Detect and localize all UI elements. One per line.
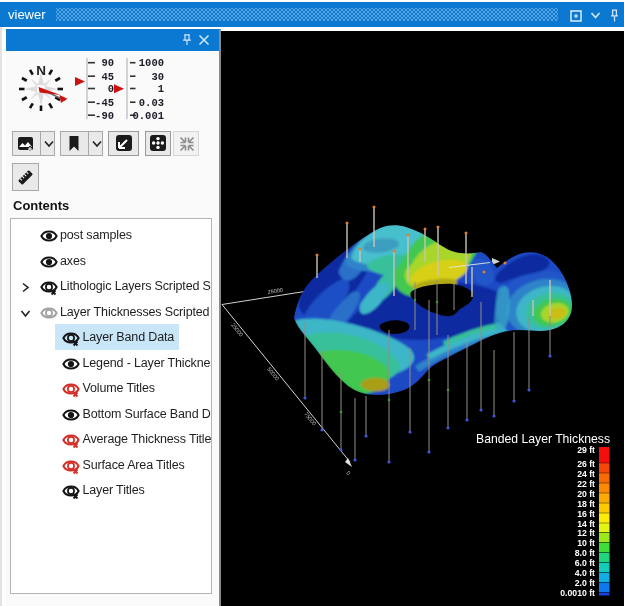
- svg-text:8.0 ft: 8.0 ft: [575, 548, 595, 558]
- svg-text:50000: 50000: [266, 366, 280, 382]
- svg-text:0: 0: [108, 83, 114, 95]
- svg-text:0.001: 0.001: [132, 110, 164, 122]
- svg-text:0: 0: [345, 470, 352, 476]
- svg-text:1: 1: [158, 83, 164, 95]
- svg-text:30: 30: [151, 71, 164, 83]
- svg-text:2.0 ft: 2.0 ft: [575, 578, 595, 588]
- svg-text:4.0 ft: 4.0 ft: [575, 568, 595, 578]
- svg-text:22 ft: 22 ft: [577, 479, 595, 489]
- svg-text:14 ft: 14 ft: [577, 519, 595, 529]
- svg-text:12 ft: 12 ft: [577, 528, 595, 538]
- svg-text:1000: 1000: [139, 57, 164, 69]
- svg-text:24 ft: 24 ft: [577, 469, 595, 479]
- svg-text:-45: -45: [95, 97, 114, 109]
- svg-text:90: 90: [101, 57, 114, 69]
- svg-text:0.03: 0.03: [139, 97, 164, 109]
- svg-text:18 ft: 18 ft: [577, 499, 595, 509]
- svg-text:16 ft: 16 ft: [577, 509, 595, 519]
- svg-text:45: 45: [101, 71, 114, 83]
- svg-text:25000: 25000: [267, 287, 283, 295]
- svg-text:0.0010 ft: 0.0010 ft: [560, 588, 595, 598]
- svg-text:29 ft: 29 ft: [577, 445, 595, 455]
- svg-text:20 ft: 20 ft: [577, 489, 595, 499]
- svg-text:N: N: [36, 63, 46, 78]
- svg-text:6.0 ft: 6.0 ft: [575, 558, 595, 568]
- svg-text:10 ft: 10 ft: [577, 538, 595, 548]
- svg-text:75000: 75000: [303, 411, 317, 427]
- svg-text:26 ft: 26 ft: [577, 459, 595, 469]
- svg-text:25000: 25000: [230, 322, 244, 338]
- svg-text:-90: -90: [95, 110, 114, 122]
